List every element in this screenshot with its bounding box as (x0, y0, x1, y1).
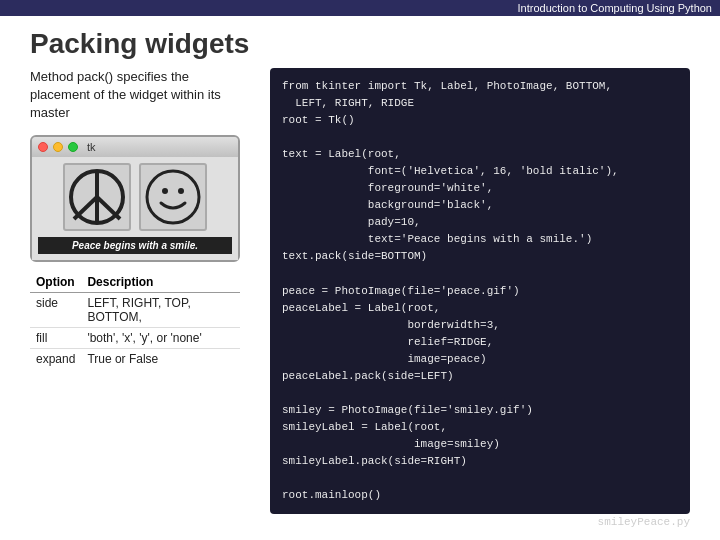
smiley-image (139, 163, 207, 231)
tk-images-row (63, 163, 207, 231)
table-cell-option: expand (30, 348, 81, 369)
smiley-symbol-icon (143, 167, 203, 227)
header-title: Introduction to Computing Using Python (518, 2, 712, 14)
method-description: Method pack() specifies the placement of… (30, 68, 250, 123)
page-title: Packing widgets (0, 16, 720, 68)
table-header-description: Description (81, 272, 240, 293)
close-button-icon (38, 142, 48, 152)
table-cell-option: side (30, 292, 81, 327)
right-panel: from tkinter import Tk, Label, PhotoImag… (270, 68, 690, 514)
header-bar: Introduction to Computing Using Python (0, 0, 720, 16)
peace-symbol-icon (67, 167, 127, 227)
filename-label: smileyPeace.py (0, 514, 720, 530)
code-content: from tkinter import Tk, Label, PhotoImag… (282, 78, 678, 504)
table-row: fill 'both', 'x', 'y', or 'none' (30, 327, 240, 348)
svg-point-5 (162, 188, 168, 194)
peace-image (63, 163, 131, 231)
svg-point-4 (147, 171, 199, 223)
minimize-button-icon (53, 142, 63, 152)
left-panel: Method pack() specifies the placement of… (30, 68, 250, 514)
table-row: expand True or False (30, 348, 240, 369)
table-row: side LEFT, RIGHT, TOP, BOTTOM, (30, 292, 240, 327)
svg-line-3 (97, 197, 120, 219)
tk-window-title: tk (87, 141, 96, 153)
tk-window: tk (30, 135, 240, 262)
table-cell-description: 'both', 'x', 'y', or 'none' (81, 327, 240, 348)
main-content: Method pack() specifies the placement of… (0, 68, 720, 514)
options-table: Option Description side LEFT, RIGHT, TOP… (30, 272, 240, 369)
svg-line-2 (74, 197, 97, 219)
tk-titlebar: tk (32, 137, 238, 157)
table-header-option: Option (30, 272, 81, 293)
svg-point-6 (178, 188, 184, 194)
peace-text-label: Peace begins with a smile. (38, 237, 232, 254)
table-cell-description: LEFT, RIGHT, TOP, BOTTOM, (81, 292, 240, 327)
table-cell-description: True or False (81, 348, 240, 369)
maximize-button-icon (68, 142, 78, 152)
tk-window-body: Peace begins with a smile. (32, 157, 238, 260)
table-cell-option: fill (30, 327, 81, 348)
